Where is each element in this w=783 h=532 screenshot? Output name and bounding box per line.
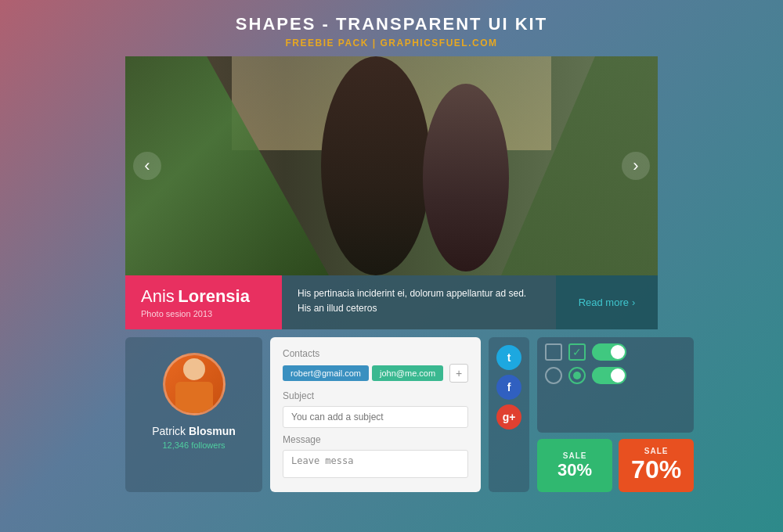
contact-form: Contacts robert@gmail.com john@me.com + … bbox=[270, 337, 481, 492]
profile-last-name: Blosmun bbox=[189, 425, 236, 437]
slider-prev-button[interactable]: ‹ bbox=[133, 152, 161, 180]
twitter-icon[interactable]: t bbox=[496, 345, 521, 370]
sale-label-1: SALE bbox=[563, 451, 587, 460]
sale-percent-1: 30% bbox=[557, 460, 592, 480]
sale-panel: SALE 30% SALE 70% bbox=[537, 439, 694, 492]
message-label: Message bbox=[283, 434, 468, 445]
read-more-button[interactable]: Read more › bbox=[556, 275, 658, 329]
toggle-on-2[interactable] bbox=[592, 367, 626, 384]
slider-image bbox=[125, 56, 658, 275]
main-container: ‹ › Anis Lorensia Photo sesion 2013 His … bbox=[125, 56, 658, 492]
contacts-label: Contacts bbox=[283, 348, 468, 359]
avatar bbox=[163, 353, 226, 415]
caption-person-name: Anis Lorensia bbox=[141, 286, 266, 307]
toggle-knob-on bbox=[611, 345, 625, 359]
profile-name: Patrick Blosmun bbox=[152, 425, 236, 437]
profile-followers: 12,346 followers bbox=[162, 440, 225, 450]
caption-description: His pertinacia inciderint ei, dolorum ap… bbox=[282, 275, 556, 329]
read-more-link[interactable]: Read more bbox=[579, 297, 629, 308]
bottom-right-panels: ✓ SALE bbox=[537, 337, 694, 492]
avatar-body bbox=[175, 382, 213, 413]
controls-row-2 bbox=[545, 367, 686, 384]
radio-inner bbox=[573, 372, 581, 379]
subject-input[interactable] bbox=[283, 406, 468, 428]
google-icon[interactable]: g+ bbox=[496, 404, 521, 430]
sale-label-2: SALE bbox=[644, 447, 669, 455]
first-name: Anis bbox=[141, 286, 175, 306]
contact-tag-2[interactable]: john@me.com bbox=[372, 365, 443, 381]
controls-row-1: ✓ bbox=[545, 343, 686, 361]
radio-checked[interactable] bbox=[568, 367, 586, 384]
page-header: SHAPES - TRANSPARENT UI KIT FREEBIE PACK… bbox=[236, 0, 547, 56]
page-subtitle: FREEBIE PACK | GRAPHICSFUEL.COM bbox=[236, 38, 547, 49]
avatar-head bbox=[183, 358, 205, 380]
slider: ‹ › bbox=[125, 56, 658, 275]
caption-text: His pertinacia inciderint ei, dolorum ap… bbox=[298, 286, 540, 316]
slider-caption: Anis Lorensia Photo sesion 2013 His pert… bbox=[125, 275, 658, 329]
profile-card: Patrick Blosmun 12,346 followers bbox=[125, 337, 262, 492]
read-more-arrow: › bbox=[632, 297, 635, 308]
caption-name-block: Anis Lorensia Photo sesion 2013 bbox=[125, 275, 282, 329]
page-title: SHAPES - TRANSPARENT UI KIT bbox=[236, 14, 547, 34]
toggle-on[interactable] bbox=[592, 343, 626, 361]
avatar-figure bbox=[175, 353, 214, 413]
social-icons-panel: t f g+ bbox=[489, 337, 529, 492]
message-textarea[interactable]: Leave messa bbox=[283, 450, 468, 478]
checkbox-checked[interactable]: ✓ bbox=[568, 343, 586, 361]
contacts-row: robert@gmail.com john@me.com + bbox=[283, 364, 468, 383]
radio-unchecked[interactable] bbox=[545, 367, 562, 384]
subject-label: Subject bbox=[283, 390, 468, 401]
slider-next-button[interactable]: › bbox=[622, 152, 650, 180]
last-name: Lorensia bbox=[178, 286, 250, 306]
checkbox-unchecked[interactable] bbox=[545, 343, 562, 361]
profile-first-name: Patrick bbox=[152, 425, 186, 437]
facebook-icon[interactable]: f bbox=[496, 375, 521, 400]
sale-badge-70: SALE 70% bbox=[619, 439, 694, 492]
toggle-knob-on-2 bbox=[611, 368, 625, 383]
sale-percent-2: 70% bbox=[631, 455, 681, 484]
controls-panel: ✓ bbox=[537, 337, 694, 433]
photo-info: Photo sesion 2013 bbox=[141, 309, 266, 318]
add-contact-button[interactable]: + bbox=[449, 364, 468, 383]
bottom-panels: Patrick Blosmun 12,346 followers Contact… bbox=[125, 337, 658, 492]
sale-badge-30: SALE 30% bbox=[537, 439, 612, 492]
contact-tag-1[interactable]: robert@gmail.com bbox=[283, 365, 369, 381]
